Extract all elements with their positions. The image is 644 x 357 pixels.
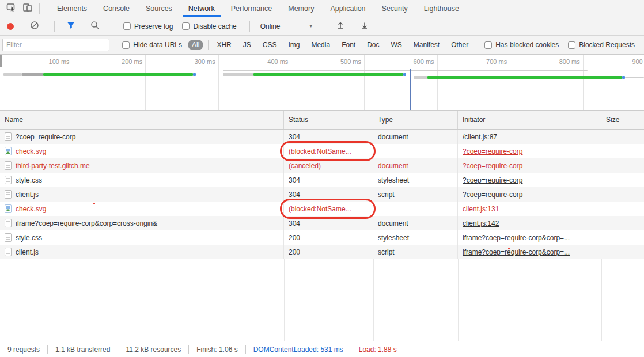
table-row[interactable]: style.css 200 stylesheet iframe?coep=req… [0, 230, 644, 245]
status-text: (blocked:NotSame... [289, 147, 351, 155]
tab-security[interactable]: Security [374, 0, 416, 17]
import-har-button[interactable] [332, 19, 348, 34]
blocked-requests-checkbox[interactable]: Blocked Requests [568, 41, 635, 49]
initiator-cell: ?coep=require-corp [458, 173, 601, 187]
document-file-icon [5, 132, 12, 141]
request-name: check.svg [16, 147, 46, 155]
table-row[interactable]: check.svg (blocked:NotSame... client.js:… [0, 202, 644, 216]
status-cell: 304 [284, 216, 373, 230]
document-file-icon [5, 161, 12, 170]
tab-elements[interactable]: Elements [49, 0, 95, 17]
type-filter-all[interactable]: All [188, 40, 203, 50]
request-name: style.css [16, 176, 42, 184]
table-row[interactable]: iframe?coep=require-corp&corp=cross-orig… [0, 216, 644, 230]
type-filter-doc[interactable]: Doc [361, 40, 385, 50]
initiator-link[interactable]: /client.js:87 [463, 133, 497, 141]
divider [324, 21, 324, 32]
devtools-network-panel: ElementsConsoleSourcesNetworkPerformance… [0, 0, 644, 357]
disable-cache-checkbox[interactable]: Disable cache [182, 22, 236, 31]
overview-resize-handle[interactable] [0, 55, 2, 67]
type-filter-img[interactable]: Img [282, 40, 305, 50]
hide-data-urls-checkbox[interactable]: Hide data URLs [122, 41, 182, 49]
filter-toggle-button[interactable] [63, 19, 79, 34]
size-cell [601, 130, 644, 144]
tab-application[interactable]: Application [322, 0, 373, 17]
preserve-log-checkbox[interactable]: Preserve log [123, 22, 173, 31]
inspect-cursor-icon [6, 2, 17, 14]
table-row[interactable]: style.css 304 stylesheet ?coep=require-c… [0, 173, 644, 187]
status-text: 304 [289, 176, 300, 184]
export-har-button[interactable] [357, 19, 373, 34]
toggle-device-toolbar-button[interactable] [20, 1, 36, 16]
column-header-type[interactable]: Type [373, 111, 458, 129]
column-header-name[interactable]: Name [0, 111, 284, 129]
checkbox-icon [123, 22, 131, 30]
requests-count: 9 requests [0, 345, 47, 354]
checkbox-icon [568, 41, 575, 49]
initiator-link[interactable]: iframe?coep=require-corp&corp=... [463, 234, 570, 242]
type-filter-ws[interactable]: WS [385, 40, 407, 50]
initiator-link[interactable]: ?coep=require-corp [463, 176, 522, 184]
tab-performance[interactable]: Performance [223, 0, 281, 17]
table-row[interactable]: ?coep=require-corp 304 document /client.… [0, 130, 644, 144]
initiator-link[interactable]: ?coep=require-corp [463, 191, 522, 199]
initiator-link[interactable]: client.js:142 [463, 219, 499, 227]
table-row[interactable]: client.js 200 script iframe?coep=require… [0, 245, 644, 259]
column-header-initiator[interactable]: Initiator [458, 111, 601, 129]
has-blocked-cookies-checkbox[interactable]: Has blocked cookies [484, 41, 559, 49]
record-network-log-button[interactable] [7, 23, 14, 30]
request-rows: ?coep=require-corp 304 document /client.… [0, 130, 644, 259]
type-filter-other[interactable]: Other [445, 40, 474, 50]
timeline-tick-label: 200 ms [73, 55, 146, 110]
search-button[interactable] [87, 19, 103, 34]
type-text: stylesheet [378, 234, 409, 242]
request-name: iframe?coep=require-corp&corp=cross-orig… [16, 219, 157, 227]
column-header-status[interactable]: Status [284, 111, 373, 129]
document-file-icon [5, 219, 12, 227]
type-filter-font[interactable]: Font [336, 40, 361, 50]
inspect-element-button[interactable] [3, 1, 20, 16]
table-row[interactable]: check.svg (blocked:NotSame... ?coep=requ… [0, 144, 644, 158]
download-arrow-icon [360, 21, 369, 32]
tab-network[interactable]: Network [180, 0, 223, 17]
throttling-select[interactable]: Online ▼ [260, 22, 313, 31]
type-filter-xhr[interactable]: XHR [211, 40, 237, 50]
initiator-link[interactable]: client.js:131 [463, 205, 499, 213]
name-cell: third-party-test.glitch.me [0, 158, 284, 173]
initiator-link[interactable]: ?coep=require-corp [463, 147, 522, 155]
type-text: stylesheet [378, 176, 409, 184]
type-filter-manifest[interactable]: Manifest [408, 40, 445, 50]
table-row[interactable]: client.js 304 script ?coep=require-corp [0, 187, 644, 202]
upload-arrow-icon [336, 21, 345, 32]
waterfall-bar-segment [427, 76, 622, 79]
type-filter-css[interactable]: CSS [257, 40, 283, 50]
preserve-log-label: Preserve log [134, 22, 173, 31]
status-text: 304 [289, 133, 300, 141]
overview-timeline[interactable]: 100 ms200 ms300 ms400 ms500 ms600 ms700 … [0, 55, 644, 111]
initiator-cell: iframe?coep=require-corp&corp=... [458, 230, 601, 245]
initiator-link[interactable]: ?coep=require-corp [463, 162, 522, 170]
network-filter-bar: Hide data URLs AllXHRJSCSSImgMediaFontDo… [0, 36, 644, 55]
tab-memory[interactable]: Memory [280, 0, 322, 17]
size-cell [601, 144, 644, 158]
status-text: 304 [289, 191, 300, 199]
requests-table: Name Status Type Initiator Size ?coep=re… [0, 111, 644, 341]
request-name: style.css [16, 234, 42, 242]
timeline-tick-label: 800 ms [510, 55, 584, 110]
tab-sources[interactable]: Sources [138, 0, 180, 17]
tab-lighthouse[interactable]: Lighthouse [416, 0, 467, 17]
status-text: (canceled) [289, 162, 321, 170]
tab-console[interactable]: Console [95, 0, 138, 17]
filter-input[interactable] [2, 39, 109, 51]
request-name: check.svg [16, 205, 46, 213]
column-header-size[interactable]: Size [601, 111, 644, 129]
waterfall-bar-segment [403, 73, 406, 76]
clear-network-log-button[interactable] [26, 19, 43, 34]
type-filter-media[interactable]: Media [305, 40, 336, 50]
waterfall-bar-segment [22, 73, 43, 76]
size-cell [601, 202, 644, 216]
size-cell [601, 158, 644, 173]
initiator-link[interactable]: iframe?coep=require-corp&corp=... [463, 248, 570, 256]
type-filter-js[interactable]: JS [237, 40, 257, 50]
table-row[interactable]: third-party-test.glitch.me (canceled) do… [0, 158, 644, 173]
